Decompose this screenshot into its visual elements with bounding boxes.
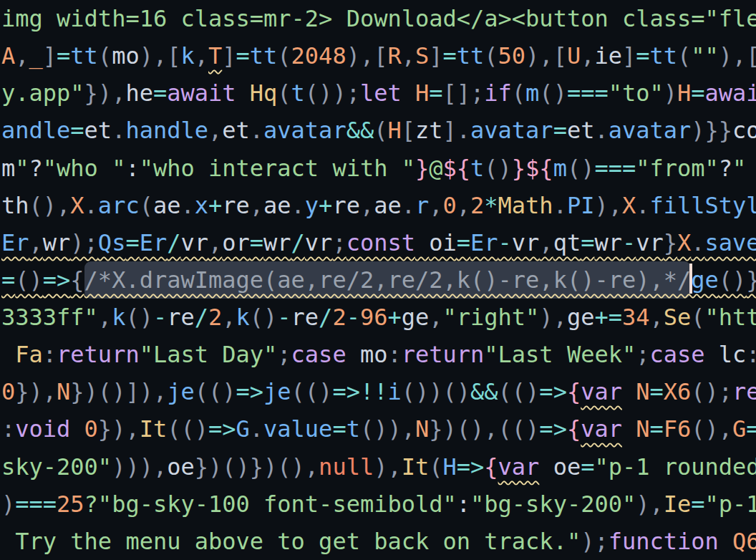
code-token: Er <box>140 229 168 256</box>
code-token: m <box>553 155 567 182</box>
code-token: () <box>719 266 747 294</box>
selected-comment-text: /*X.drawImage(ae,re/2,re/2,k()-re,k()-re… <box>84 261 692 299</box>
code-token: . <box>402 192 415 219</box>
code-token: []; <box>443 79 485 107</box>
code-token: , <box>15 42 29 69</box>
code-token: === <box>15 491 57 518</box>
code-token: 0 <box>84 415 98 443</box>
code-token: , <box>360 192 374 219</box>
code-token: await <box>167 79 236 107</box>
code-token: : <box>1 415 15 443</box>
code-token: / <box>195 304 208 331</box>
code-token: void <box>15 415 70 443</box>
code-token: "p-1 rounded <box>594 453 756 481</box>
code-token: 0 <box>1 378 15 405</box>
code-token: , <box>402 42 415 69</box>
code-token: , <box>457 192 470 219</box>
code-token: var <box>498 453 540 481</box>
code-token: const <box>346 229 415 256</box>
code-token: = <box>332 415 346 443</box>
code-token: oe <box>167 453 195 481</box>
code-line: A,_]=tt(mo),[k,T]=tt(2048),[R,S]=tt(50),… <box>0 37 756 74</box>
code-line: =()=>{/*X.drawImage(ae,re/2,re/2,k()-re,… <box>0 261 756 299</box>
code-token: : <box>457 491 470 518</box>
code-token: ( <box>277 79 291 107</box>
code-token: Se <box>664 304 692 331</box>
code-token: X <box>677 229 691 256</box>
code-token: or <box>222 229 250 256</box>
code-token: ie <box>594 42 622 69</box>
code-token: / <box>167 229 180 256</box>
code-token: = <box>125 229 139 256</box>
code-token: oe <box>553 453 581 481</box>
code-token: 34 <box>622 304 650 331</box>
code-token: ( <box>512 79 525 107</box>
code-token: { <box>567 415 581 443</box>
code-token: = <box>236 42 250 69</box>
code-token: , <box>98 304 112 331</box>
code-token: ; <box>277 341 291 368</box>
code-token: m <box>525 79 539 107</box>
code-token: _ <box>29 42 43 69</box>
code-token: += <box>594 304 622 331</box>
code-token: && <box>470 378 498 405</box>
code-token: " <box>15 155 29 182</box>
code-token: H <box>677 79 691 107</box>
code-token: . <box>691 229 704 256</box>
code-token: + <box>208 192 222 219</box>
code-token: case <box>291 341 346 368</box>
code-token: R <box>387 42 401 69</box>
code-token: = <box>581 453 594 481</box>
code-token: , <box>539 229 553 256</box>
code-token: () <box>125 304 153 331</box>
code-token: = <box>746 415 756 443</box>
code-token: (() <box>498 378 540 405</box>
code-token: vr <box>305 229 333 256</box>
code-token: H <box>443 453 457 481</box>
code-token: ? <box>29 155 43 182</box>
code-token: = <box>691 491 704 518</box>
code-token: function <box>609 528 719 555</box>
code-token: . <box>291 192 305 219</box>
code-token: ; <box>332 229 346 256</box>
code-token: wr <box>263 229 291 256</box>
code-token: = <box>649 415 663 443</box>
code-token: / <box>291 229 305 256</box>
code-token: "who " <box>43 155 126 182</box>
code-token: re <box>291 304 319 331</box>
code-token: !! <box>360 378 388 405</box>
code-token: . <box>84 192 98 219</box>
code-token: ( <box>677 42 691 69</box>
code-token: H <box>387 117 401 144</box>
code-token: () <box>567 155 595 182</box>
code-token: @ <box>429 155 442 182</box>
code-token: "from" <box>636 155 719 182</box>
code-token: })()]), <box>70 378 167 405</box>
code-token: ),[ <box>719 42 756 69</box>
code-token: ), <box>374 453 402 481</box>
code-token: 2 <box>208 304 222 331</box>
code-editor-area[interactable]: img width=16 class=mr-2> Download</a><bu… <box>0 0 756 560</box>
code-token: => <box>539 378 567 405</box>
code-line: 0}),N})()]),je(()=>je(()=>!!i())()&&(()=… <box>0 373 756 410</box>
code-token: k <box>112 304 125 331</box>
code-token: })(), <box>429 415 498 443</box>
code-token: ge <box>567 304 595 331</box>
code-token: handle <box>125 117 208 144</box>
code-token: = <box>553 117 567 144</box>
code-token: r <box>415 192 429 219</box>
code-token: "htt <box>705 304 756 331</box>
code-token: ) <box>664 79 677 107</box>
code-token: } <box>415 155 429 182</box>
code-token: "Last Week" <box>484 341 636 368</box>
code-token: mo <box>112 42 140 69</box>
code-token <box>70 415 84 443</box>
code-token: awai <box>705 79 756 107</box>
code-token: F6 <box>664 415 692 443</box>
code-token: 96 <box>360 304 388 331</box>
code-token: y.app" <box>1 79 84 107</box>
code-token: "bg-sky-100 font-semibold" <box>98 491 457 518</box>
code-token: It <box>140 415 168 443</box>
code-token: , <box>649 304 663 331</box>
code-token: t <box>346 415 360 443</box>
